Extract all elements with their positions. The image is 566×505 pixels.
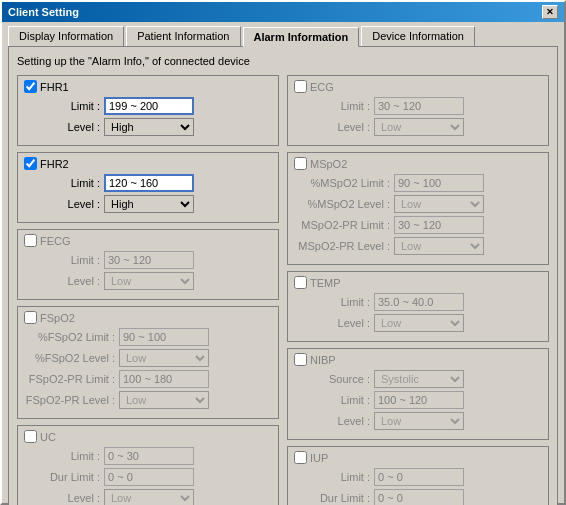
fecg-level-label: Level : bbox=[24, 275, 104, 287]
uc-limit-label: Limit : bbox=[24, 450, 104, 462]
ecg-label: ECG bbox=[310, 81, 334, 93]
fspO2-label: FSpO2 bbox=[40, 312, 75, 324]
fspO2-label-row: FSpO2 bbox=[24, 311, 272, 324]
fecg-label: FECG bbox=[40, 235, 71, 247]
mspO2-checkbox[interactable] bbox=[294, 157, 307, 170]
iup-limit-input bbox=[374, 468, 464, 486]
fhr1-limit-input[interactable] bbox=[104, 97, 194, 115]
fhr1-limit-row: Limit : bbox=[24, 97, 272, 115]
mspO2-pct-level-select: Low bbox=[394, 195, 484, 213]
fspO2-pct-level-label: %FSpO2 Level : bbox=[24, 352, 119, 364]
nibp-level-row: Level : Low bbox=[294, 412, 542, 430]
fspO2-pr-level-select: Low bbox=[119, 391, 209, 409]
ecg-group: ECG Limit : Level : Low bbox=[287, 75, 549, 146]
iup-label: IUP bbox=[310, 452, 328, 464]
iup-dur-limit-input bbox=[374, 489, 464, 505]
ecg-limit-input bbox=[374, 97, 464, 115]
fspO2-checkbox[interactable] bbox=[24, 311, 37, 324]
uc-level-label: Level : bbox=[24, 492, 104, 504]
nibp-limit-label: Limit : bbox=[294, 394, 374, 406]
fhr1-limit-label: Limit : bbox=[24, 100, 104, 112]
close-button[interactable]: ✕ bbox=[542, 5, 558, 19]
temp-level-select: Low bbox=[374, 314, 464, 332]
fspO2-pr-level-row: FSpO2-PR Level : Low bbox=[24, 391, 272, 409]
temp-label: TEMP bbox=[310, 277, 341, 289]
fecg-label-row: FECG bbox=[24, 234, 272, 247]
uc-limit-input bbox=[104, 447, 194, 465]
fhr2-level-row: Level : High Medium Low bbox=[24, 195, 272, 213]
fhr2-limit-label: Limit : bbox=[24, 177, 104, 189]
iup-checkbox[interactable] bbox=[294, 451, 307, 464]
mspO2-pct-level-label: %MSpO2 Level : bbox=[294, 198, 394, 210]
mspO2-pct-level-row: %MSpO2 Level : Low bbox=[294, 195, 542, 213]
nibp-limit-input bbox=[374, 391, 464, 409]
temp-level-row: Level : Low bbox=[294, 314, 542, 332]
fhr1-label-row: FHR1 bbox=[24, 80, 272, 93]
fhr1-checkbox[interactable] bbox=[24, 80, 37, 93]
fhr2-level-select[interactable]: High Medium Low bbox=[104, 195, 194, 213]
iup-limit-row: Limit : bbox=[294, 468, 542, 486]
fhr2-limit-input[interactable] bbox=[104, 174, 194, 192]
temp-limit-label: Limit : bbox=[294, 296, 374, 308]
iup-group: IUP Limit : Dur Limit : Level : Low bbox=[287, 446, 549, 505]
iup-label-row: IUP bbox=[294, 451, 542, 464]
uc-level-row: Level : Low bbox=[24, 489, 272, 505]
window-title: Client Setting bbox=[8, 6, 79, 18]
tab-patient-information[interactable]: Patient Information bbox=[126, 26, 240, 46]
mspO2-pr-level-row: MSpO2-PR Level : Low bbox=[294, 237, 542, 255]
mspO2-label: MSpO2 bbox=[310, 158, 347, 170]
iup-limit-label: Limit : bbox=[294, 471, 374, 483]
mspO2-pr-limit-label: MSpO2-PR Limit : bbox=[294, 219, 394, 231]
fhr1-level-select[interactable]: High Medium Low bbox=[104, 118, 194, 136]
ecg-level-select: Low bbox=[374, 118, 464, 136]
title-bar: Client Setting ✕ bbox=[2, 2, 564, 22]
fspO2-pct-limit-label: %FSpO2 Limit : bbox=[24, 331, 119, 343]
subtitle: Setting up the "Alarm Info," of connecte… bbox=[17, 55, 549, 67]
fspO2-pr-level-label: FSpO2-PR Level : bbox=[24, 394, 119, 406]
temp-limit-row: Limit : bbox=[294, 293, 542, 311]
temp-checkbox[interactable] bbox=[294, 276, 307, 289]
ecg-checkbox[interactable] bbox=[294, 80, 307, 93]
mspO2-pct-limit-label: %MSpO2 Limit : bbox=[294, 177, 394, 189]
fecg-checkbox[interactable] bbox=[24, 234, 37, 247]
fspO2-pct-limit-row: %FSpO2 Limit : bbox=[24, 328, 272, 346]
tab-display-information[interactable]: Display Information bbox=[8, 26, 124, 46]
uc-level-select: Low bbox=[104, 489, 194, 505]
left-column: FHR1 Limit : Level : High Medium Low bbox=[17, 75, 279, 505]
fhr2-label-row: FHR2 bbox=[24, 157, 272, 170]
temp-level-label: Level : bbox=[294, 317, 374, 329]
nibp-source-label: Source : bbox=[294, 373, 374, 385]
fhr1-level-label: Level : bbox=[24, 121, 104, 133]
uc-limit-row: Limit : bbox=[24, 447, 272, 465]
fecg-limit-row: Limit : bbox=[24, 251, 272, 269]
nibp-source-select: Systolic bbox=[374, 370, 464, 388]
nibp-group: NIBP Source : Systolic Limit : Level : bbox=[287, 348, 549, 440]
mspO2-pr-level-label: MSpO2-PR Level : bbox=[294, 240, 394, 252]
nibp-label: NIBP bbox=[310, 354, 336, 366]
temp-limit-input bbox=[374, 293, 464, 311]
nibp-checkbox[interactable] bbox=[294, 353, 307, 366]
iup-dur-limit-row: Dur Limit : bbox=[294, 489, 542, 505]
nibp-source-row: Source : Systolic bbox=[294, 370, 542, 388]
fhr2-label: FHR2 bbox=[40, 158, 69, 170]
iup-dur-limit-label: Dur Limit : bbox=[294, 492, 374, 504]
fhr2-checkbox[interactable] bbox=[24, 157, 37, 170]
ecg-limit-label: Limit : bbox=[294, 100, 374, 112]
fecg-limit-label: Limit : bbox=[24, 254, 104, 266]
nibp-level-select: Low bbox=[374, 412, 464, 430]
mspO2-pr-limit-row: MSpO2-PR Limit : bbox=[294, 216, 542, 234]
fecg-level-select: Low bbox=[104, 272, 194, 290]
fspO2-group: FSpO2 %FSpO2 Limit : %FSpO2 Level : Low … bbox=[17, 306, 279, 419]
nibp-limit-row: Limit : bbox=[294, 391, 542, 409]
uc-checkbox[interactable] bbox=[24, 430, 37, 443]
tab-alarm-information[interactable]: Alarm Information bbox=[243, 27, 360, 47]
ecg-limit-row: Limit : bbox=[294, 97, 542, 115]
uc-label: UC bbox=[40, 431, 56, 443]
tab-device-information[interactable]: Device Information bbox=[361, 26, 475, 46]
main-columns: FHR1 Limit : Level : High Medium Low bbox=[17, 75, 549, 505]
nibp-level-label: Level : bbox=[294, 415, 374, 427]
fhr2-group: FHR2 Limit : Level : High Medium Low bbox=[17, 152, 279, 223]
right-column: ECG Limit : Level : Low bbox=[287, 75, 549, 505]
mspO2-pct-limit-row: %MSpO2 Limit : bbox=[294, 174, 542, 192]
fspO2-pct-limit-input bbox=[119, 328, 209, 346]
